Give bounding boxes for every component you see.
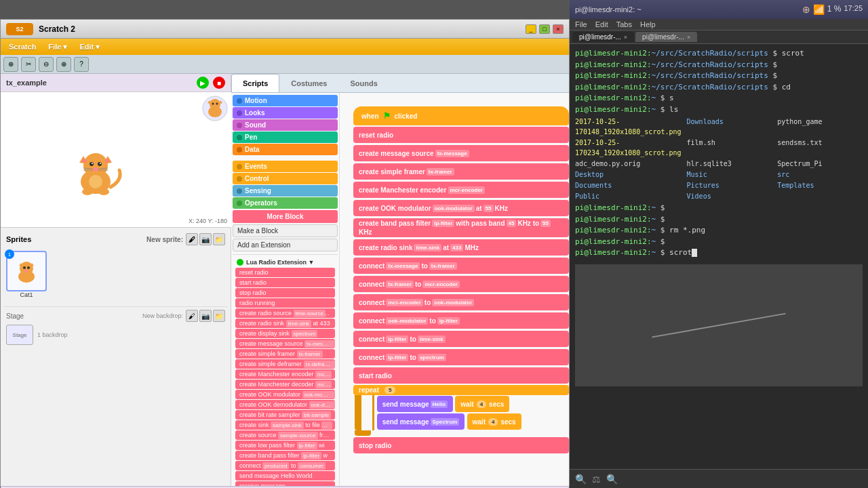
block-send-spectrum[interactable]: send message Spectrum	[377, 413, 465, 430]
file-backdrop-btn[interactable]: 📁	[213, 310, 225, 322]
block-create-framer[interactable]: create simple framer tx-framer	[353, 163, 569, 180]
block-create-radio-sink[interactable]: create radio sink lime-sink at 433 MHz	[353, 239, 569, 256]
camera-sprite-btn[interactable]: 📷	[199, 233, 212, 245]
lua-block-bp-filter[interactable]: create band pass filter lp-filter w	[235, 451, 335, 460]
help-tool[interactable]: ?	[74, 57, 89, 72]
lua-block-ook-demod[interactable]: create OOK demodulator ook-demo	[235, 400, 335, 409]
zoom-out-icon[interactable]: 🔍	[575, 474, 587, 485]
lua-block-send-msg[interactable]: send message Hello World	[235, 471, 335, 481]
tab-1-close[interactable]: ×	[624, 34, 627, 41]
paint-backdrop-btn[interactable]: 🖌	[186, 310, 198, 322]
grow-tool[interactable]: ⊕	[56, 57, 71, 72]
network-icon[interactable]: 📶	[813, 4, 825, 15]
lua-block-radio-running[interactable]: radio running	[235, 298, 335, 308]
hat-block-when-clicked[interactable]: when ⚑ clicked	[353, 106, 569, 125]
lua-block-connect[interactable]: connect produced to consumer	[235, 461, 335, 470]
lua-block-start-radio[interactable]: start radio	[235, 278, 335, 287]
block-create-bp[interactable]: create band pass filter lp-filter with p…	[353, 218, 569, 237]
reset-zoom-icon[interactable]: ⚖	[592, 474, 601, 485]
lua-block-bit-sampler[interactable]: create bit rate sampler bit-sample	[235, 410, 335, 420]
tab-scripts[interactable]: Scripts	[231, 74, 279, 92]
category-operators[interactable]: Operators	[233, 197, 338, 209]
category-data[interactable]: Data	[233, 144, 338, 155]
category-motion[interactable]: Motion	[233, 95, 338, 106]
menu-help[interactable]: Help	[640, 20, 656, 28]
menu-scratch[interactable]: Scratch	[3, 41, 41, 52]
more-blocks-button[interactable]: More Block	[233, 210, 338, 223]
lua-block-msg-source[interactable]: create message source tx-message	[235, 339, 335, 348]
sprite-item-cat1[interactable]: 1 Cat1	[6, 251, 47, 298]
category-events[interactable]: Events	[233, 161, 338, 172]
terminal-tab-2[interactable]: pi@limesdr-... ×	[635, 32, 697, 42]
add-extension-button[interactable]: Add an Extension	[233, 239, 338, 251]
svg-point-29	[23, 266, 26, 269]
block-stop-radio[interactable]: stop radio	[353, 437, 569, 453]
lua-block-display-sink[interactable]: create display sink spectrum	[235, 329, 335, 338]
tab-costumes[interactable]: Costumes	[279, 74, 338, 92]
stage-area[interactable]: X: 240 Y: -180	[1, 92, 231, 228]
lua-block-reset-radio[interactable]: reset radio	[235, 268, 335, 277]
lua-block-manchester-dec[interactable]: create Manchester decoder mcrd	[235, 380, 335, 389]
menu-tabs[interactable]: Tabs	[616, 20, 632, 28]
minimize-button[interactable]: _	[526, 24, 536, 34]
paint-sprite-btn[interactable]: 🖌	[186, 233, 198, 245]
block-connect-ook-lp[interactable]: connect ook-modulator to lp-filter	[353, 312, 569, 329]
terminal-tab-1[interactable]: pi@limesdr-... ×	[572, 32, 634, 42]
category-sound[interactable]: Sound	[233, 119, 338, 131]
lua-block-lp-filter[interactable]: create low pass filter lp-filter wi	[235, 441, 335, 450]
maximize-button[interactable]: □	[539, 24, 550, 34]
stage-thumbnail[interactable]: Stage	[6, 325, 33, 345]
category-control[interactable]: Control	[233, 173, 338, 184]
stop-button[interactable]: ■	[213, 77, 225, 89]
menu-edit[interactable]: Edit	[595, 20, 608, 28]
block-connect-mcr-ook[interactable]: connect mcr-encoder to ook-modulator	[353, 294, 569, 310]
bluetooth-icon[interactable]: ⊕	[802, 4, 810, 15]
cut-tool[interactable]: ✂	[21, 57, 36, 72]
block-wait-4-1[interactable]: wait 4 secs	[455, 396, 509, 412]
script-canvas[interactable]: when ⚑ clicked reset radio create messag…	[340, 93, 569, 486]
lua-block-sink-file[interactable]: create sink sample-sink to file file	[235, 420, 335, 430]
category-sensing[interactable]: Sensing	[233, 185, 338, 197]
shrink-tool[interactable]: ⊖	[39, 57, 54, 72]
file-sprite-btn[interactable]: 📁	[213, 233, 225, 245]
lua-block-ook-mod[interactable]: create OOK modulator ook-modulator	[235, 390, 335, 399]
lua-block-source-from[interactable]: create source sample-source from	[235, 430, 335, 440]
block-wait-4-2[interactable]: wait 4 secs	[467, 413, 521, 430]
lua-block-create-source[interactable]: create radio source lime-source at	[235, 308, 335, 318]
lua-block-simple-deframer[interactable]: create simple deframer rx-deframer	[235, 359, 335, 369]
category-looks[interactable]: Looks	[233, 107, 338, 119]
menu-edit[interactable]: Edit ▾	[74, 41, 105, 53]
camera-backdrop-btn[interactable]: 📷	[199, 310, 212, 322]
block-connect-msg-framer[interactable]: connect tx-message to tx-framer	[353, 258, 569, 274]
block-start-radio[interactable]: start radio	[353, 367, 569, 384]
menu-file[interactable]: File	[575, 20, 587, 28]
menu-file[interactable]: File ▾	[43, 41, 73, 53]
lua-extension-header[interactable]: Lua Radio Extension ▼	[234, 258, 336, 267]
block-connect-framer-mcr[interactable]: connect tx-framer to mcr-encoder	[353, 276, 569, 292]
lua-block-manchester-enc[interactable]: create Manchester encoder mcre	[235, 369, 335, 379]
block-connect-lp-spectrum[interactable]: connect lp-filter to spectrum	[353, 349, 569, 365]
lua-block-simple-framer[interactable]: create simple framer tx-framer	[235, 349, 335, 359]
block-connect-lp-sink[interactable]: connect lp-filter to lime-sink	[353, 331, 569, 347]
zoom-in-icon[interactable]: 🔍	[606, 474, 618, 485]
new-sprite-buttons: 🖌 📷 📁	[186, 233, 225, 245]
scratch-window: S2 Scratch 2 _ □ × Scratch File ▾ Edit ▾…	[0, 19, 570, 487]
block-send-hello[interactable]: send message Hello	[377, 396, 454, 412]
terminal-content[interactable]: pi@limesdr-mini2:~/src/ScratchRadio/scri…	[570, 44, 868, 469]
green-flag-button[interactable]: ▶	[197, 77, 209, 89]
lua-block-stop-radio[interactable]: stop radio	[235, 288, 335, 298]
block-create-msg-src[interactable]: create message source tx-message	[353, 145, 569, 161]
block-reset-radio[interactable]: reset radio	[353, 127, 569, 143]
category-pen[interactable]: Pen	[233, 131, 338, 143]
make-block-button[interactable]: Make a Block	[233, 224, 338, 237]
tab-2-close[interactable]: ×	[687, 34, 690, 41]
copy-tool[interactable]: ⊕	[3, 57, 18, 72]
lua-block-receive-msg[interactable]: receive message	[235, 481, 335, 486]
lua-block-create-sink[interactable]: create radio sink lime-sink at 433	[235, 319, 335, 328]
close-button[interactable]: ×	[553, 24, 564, 34]
block-create-manchester[interactable]: create Manchester encoder mcr-encoder	[353, 182, 569, 198]
cat-sprite[interactable]	[68, 146, 123, 201]
tab-sounds[interactable]: Sounds	[338, 74, 389, 92]
repeat-block-header[interactable]: repeat 5	[353, 385, 569, 395]
block-create-ook[interactable]: create OOK modulator ook-modulator at 55…	[353, 200, 569, 216]
